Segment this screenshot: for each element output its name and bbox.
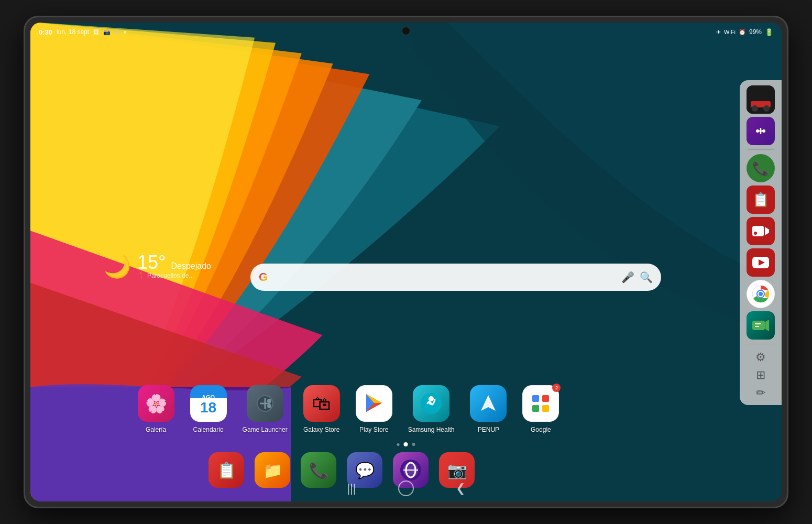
svg-rect-19: [747, 85, 775, 114]
playstore-icon: [356, 385, 392, 422]
edge-app-meet[interactable]: [747, 311, 775, 340]
edge-bottom-icons: ⚙ ⊞ ✏: [755, 351, 766, 400]
page-dot-1[interactable]: [397, 443, 400, 446]
health-label: Samsung Health: [408, 426, 455, 433]
page-dot-3[interactable]: [412, 443, 415, 446]
calendario-icon: AGO 18: [190, 385, 227, 422]
status-left: 0:30 lun, 18 sept 🖼 📸 ⊕: [39, 28, 126, 36]
svg-marker-10: [481, 395, 496, 411]
weather-location: 📍 Paracuellos de...: [137, 272, 211, 279]
asphalt-svg: [747, 85, 775, 114]
chrome-svg: [750, 283, 771, 304]
google-logo: G: [259, 270, 268, 284]
gamelauncher-icon: [247, 385, 283, 422]
edge-divider-1: [748, 149, 774, 150]
svg-point-22: [763, 105, 770, 112]
google-label: Google: [531, 426, 551, 433]
edge-divider-2: [748, 344, 774, 344]
edge-app-yousee[interactable]: [747, 217, 775, 245]
extra-dot: [124, 31, 126, 34]
edge-app-chrome[interactable]: [747, 280, 775, 308]
weather-widget[interactable]: 🌙 15° Despejado 📍 Paracuellos de...: [104, 253, 211, 279]
time-display: 0:30: [39, 28, 52, 36]
nav-home-button[interactable]: [398, 481, 414, 496]
svg-rect-13: [532, 405, 539, 412]
galaxystore-label: Galaxy Store: [303, 426, 339, 433]
signal-icon: ✈: [716, 29, 721, 36]
svg-rect-11: [532, 395, 539, 402]
svg-point-7: [267, 404, 271, 408]
svg-point-21: [752, 105, 758, 112]
svg-point-9: [429, 396, 434, 401]
yousee-svg: [751, 222, 770, 241]
youtube-svg: [751, 253, 771, 272]
gamepad-svg: [255, 393, 276, 414]
tablet-screen: 0:30 lun, 18 sept 🖼 📸 ⊕ ✈ WiFi ⏰ 99% 🔋 🌙…: [30, 23, 782, 501]
edge-toptrends-icon: 📋: [752, 192, 769, 208]
edge-app-toptrends[interactable]: 📋: [747, 185, 775, 214]
svg-rect-14: [542, 405, 549, 412]
date-display: lun, 18 sept: [57, 28, 89, 36]
galeria-icon: 🌸: [138, 385, 174, 422]
page-dot-2[interactable]: [404, 442, 408, 446]
app-item-health[interactable]: Samsung Health: [408, 385, 455, 433]
wifi-status-icon: ⊕: [115, 29, 119, 36]
galeria-label: Galería: [146, 426, 166, 433]
weather-temperature: 15° Despejado: [137, 253, 211, 272]
search-bar[interactable]: G 🎤 🔍: [250, 264, 661, 291]
penup-svg: [477, 392, 499, 414]
alarm-icon: ⏰: [739, 29, 746, 36]
edge-app-gametools[interactable]: [747, 117, 775, 145]
navigation-bar: ||| ❮: [30, 475, 782, 501]
meet-svg: [751, 315, 771, 335]
svg-point-29: [754, 232, 757, 235]
lens-icon[interactable]: 🔍: [640, 271, 653, 283]
health-icon: [413, 385, 449, 422]
google-icon: 2: [522, 385, 559, 422]
google-badge: 2: [552, 384, 561, 392]
weather-moon-icon: 🌙: [104, 254, 131, 279]
edge-panel: 📞 📋: [740, 80, 782, 405]
battery-text: 99%: [749, 28, 762, 36]
gallery-status-icon: 🖼: [93, 29, 99, 35]
svg-rect-27: [752, 226, 764, 236]
weather-info: 15° Despejado 📍 Paracuellos de...: [137, 253, 211, 279]
svg-rect-36: [752, 321, 765, 330]
app-item-galaxystore[interactable]: 🛍 Galaxy Store: [303, 385, 340, 433]
svg-rect-12: [542, 395, 549, 402]
page-indicators: [397, 442, 415, 446]
playstore-label: Play Store: [359, 426, 388, 433]
svg-point-35: [759, 292, 763, 296]
edge-apps-icon[interactable]: ⊞: [756, 368, 765, 382]
edge-settings-icon[interactable]: ⚙: [755, 351, 766, 364]
edge-app-asphalt[interactable]: [747, 85, 775, 114]
edge-app-phone[interactable]: 📞: [747, 154, 775, 182]
nav-recents-button[interactable]: |||: [347, 482, 356, 495]
svg-point-6: [267, 399, 271, 403]
svg-rect-38: [755, 323, 761, 324]
app-grid: 🌸 Galería AGO 18 Calendario: [30, 385, 666, 433]
tablet-frame: 0:30 lun, 18 sept 🖼 📸 ⊕ ✈ WiFi ⏰ 99% 🔋 🌙…: [24, 16, 788, 508]
weather-condition: Despejado: [171, 261, 211, 270]
gamelauncher-label: Game Launcher: [243, 426, 288, 433]
calendario-label: Calendario: [193, 426, 224, 433]
nav-back-button[interactable]: ❮: [456, 482, 465, 495]
edge-app-youtube[interactable]: [747, 248, 775, 277]
penup-label: PENUP: [478, 426, 499, 433]
status-right: ✈ WiFi ⏰ 99% 🔋: [716, 28, 773, 36]
svg-marker-37: [765, 320, 769, 331]
playstore-svg: [362, 391, 386, 416]
camera-cutout: [402, 27, 410, 35]
battery-icon: 🔋: [765, 28, 773, 36]
app-item-galeria[interactable]: 🌸 Galería: [138, 385, 174, 433]
galaxystore-icon: 🛍: [303, 385, 340, 422]
edge-edit-icon[interactable]: ✏: [756, 386, 765, 400]
app-item-gamelauncher[interactable]: Game Launcher: [243, 385, 288, 433]
app-item-calendario[interactable]: AGO 18 Calendario: [190, 385, 227, 433]
microphone-icon[interactable]: 🎤: [621, 271, 634, 283]
app-item-playstore[interactable]: Play Store: [356, 385, 392, 433]
app-item-penup[interactable]: PENUP: [470, 385, 507, 433]
location-pin-icon: 📍: [137, 272, 145, 279]
app-item-google[interactable]: 2 Google: [522, 385, 559, 433]
svg-marker-28: [765, 227, 769, 235]
